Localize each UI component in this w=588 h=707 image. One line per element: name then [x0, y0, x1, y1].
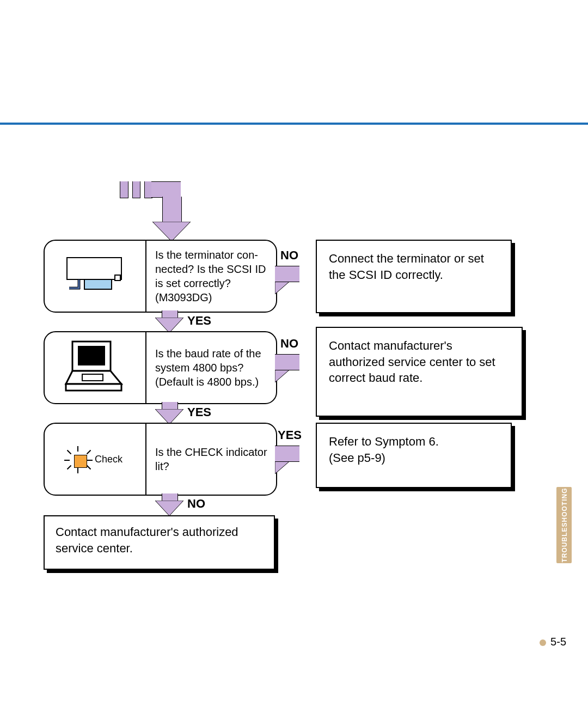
entry-dash-2: [132, 181, 140, 198]
step1-no-arrow: [275, 266, 291, 294]
section-tab: TROUBLESHOOTING: [556, 487, 572, 563]
arrowhead-down-icon: [155, 409, 183, 424]
step3-yes-arrow: [275, 446, 291, 474]
step3-no-label: NO: [187, 497, 205, 511]
entry-stem: [162, 197, 182, 222]
stem: [162, 493, 178, 501]
entry-dash-1: [120, 181, 128, 198]
check-indicator-icon: Check: [68, 448, 122, 470]
text: system 4800 bps?: [155, 361, 267, 375]
step3-decision: Check Is the CHECK indicator lit?: [44, 423, 277, 496]
step2-question: Is the baud rate of the system 4800 bps?…: [146, 332, 276, 403]
svg-marker-10: [155, 409, 183, 424]
step2-decision: Is the baud rate of the system 4800 bps?…: [44, 331, 277, 404]
step1-no-label: NO: [280, 248, 298, 263]
text: (M3093DG): [155, 290, 267, 304]
svg-rect-8: [82, 374, 103, 381]
step1-yes-label: YES: [187, 314, 211, 328]
svg-rect-7: [78, 346, 105, 365]
text: Refer to Symptom 6.: [329, 434, 499, 450]
text: Is the CHECK indicator: [155, 445, 267, 459]
svg-rect-1: [67, 258, 121, 279]
text: Contact manufacturer's authorized servic…: [329, 339, 495, 385]
step1-decision: Is the terminator con- nected? Is the SC…: [44, 240, 277, 313]
svg-marker-0: [152, 222, 191, 241]
stem: [275, 354, 299, 370]
text: lit?: [155, 459, 267, 473]
bullet-icon: [540, 639, 546, 646]
page: { "labels": { "yes": "YES", "no": "NO" }…: [0, 0, 588, 707]
section-tab-label: TROUBLESHOOTING: [560, 488, 568, 563]
text: Contact manufacturer's authorized servic…: [56, 525, 238, 555]
step2-yes-label: YES: [187, 405, 211, 419]
step2-no-label: NO: [280, 337, 298, 351]
indicator-light-icon: [68, 448, 89, 470]
text: Connect the terminator or set the SCSI I…: [329, 252, 484, 282]
svg-marker-12: [155, 501, 183, 516]
step3-result: Refer to Symptom 6. (See p5-9): [316, 423, 512, 488]
text: (Default is 4800 bps.): [155, 375, 267, 389]
text: (See p5-9): [329, 450, 499, 466]
stem: [275, 446, 299, 462]
svg-marker-5: [155, 318, 183, 333]
step1-icon-cell: [45, 241, 146, 312]
svg-rect-2: [84, 279, 112, 289]
text: nected? Is the SCSI ID: [155, 262, 267, 276]
page-number: 5-5: [540, 636, 566, 648]
scanner-icon: [63, 253, 128, 299]
step2-no-arrow: [275, 354, 291, 382]
final-result: Contact manufacturer's authorized servic…: [44, 515, 275, 570]
entry-elbow-horizontal-top: [151, 181, 181, 198]
text: Is the terminator con-: [155, 248, 267, 262]
stem: [162, 310, 178, 318]
stem: [275, 266, 299, 282]
step1-result: Connect the terminator or set the SCSI I…: [316, 240, 512, 313]
arrowhead-down-icon: [155, 318, 183, 333]
step3-yes-label: YES: [278, 428, 302, 442]
text: is set correctly?: [155, 276, 267, 290]
step3-question: Is the CHECK indicator lit?: [146, 424, 276, 495]
svg-rect-3: [115, 275, 120, 281]
arrowhead-down-icon: [155, 501, 183, 516]
step2-result: Contact manufacturer's authorized servic…: [316, 327, 523, 417]
page-number-text: 5-5: [550, 636, 566, 648]
step3-icon-cell: Check: [45, 424, 146, 495]
check-label: Check: [95, 454, 122, 465]
step2-icon-cell: [45, 332, 146, 403]
header-rule: [0, 123, 588, 125]
step1-question: Is the terminator con- nected? Is the SC…: [146, 241, 276, 312]
text: Is the baud rate of the: [155, 346, 267, 361]
computer-icon: [63, 339, 128, 396]
stem: [162, 402, 178, 410]
